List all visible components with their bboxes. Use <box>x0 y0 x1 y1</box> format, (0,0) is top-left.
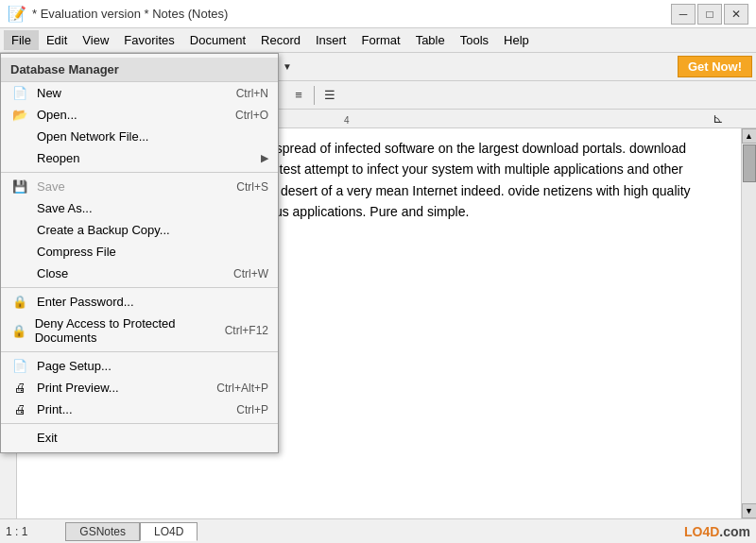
password-label: Enter Password... <box>37 295 134 309</box>
print-preview-shortcut: Ctrl+Alt+P <box>216 382 268 395</box>
divider-4 <box>1 423 278 424</box>
open-shortcut: Ctrl+O <box>235 109 268 122</box>
menu-edit[interactable]: Edit <box>39 30 75 50</box>
menu-item-print-preview[interactable]: 🖨 Print Preview... Ctrl+Alt+P <box>1 377 278 399</box>
align-justify-btn[interactable]: ≡ <box>287 84 310 107</box>
menu-item-save: 💾 Save Ctrl+S <box>1 176 278 197</box>
open-icon: 📂 <box>10 108 29 122</box>
scroll-thumb[interactable] <box>743 144 756 182</box>
menu-item-password[interactable]: 🔒 Enter Password... <box>1 291 278 313</box>
menu-view[interactable]: View <box>75 30 116 50</box>
menu-item-print[interactable]: 🖨 Print... Ctrl+P <box>1 399 278 420</box>
menu-item-close[interactable]: Close Ctrl+W <box>1 263 278 284</box>
maximize-button[interactable]: □ <box>697 4 722 25</box>
deny-label: Deny Access to Protected Documents <box>35 316 217 345</box>
page-setup-icon: 📄 <box>10 359 29 373</box>
scroll-up-btn[interactable]: ▲ <box>742 128 757 144</box>
menu-item-new[interactable]: 📄 New Ctrl+N <box>1 82 278 104</box>
exit-label: Exit <box>37 431 58 445</box>
menu-item-compress[interactable]: Compress File <box>1 241 278 263</box>
close-label: Close <box>37 266 68 280</box>
menu-insert[interactable]: Insert <box>308 30 354 50</box>
menu-favorites[interactable]: Favorites <box>116 30 181 50</box>
open-network-label: Open Network File... <box>37 129 149 144</box>
reopen-arrow: ▶ <box>261 152 268 164</box>
format-sep-3 <box>314 86 315 105</box>
new-icon: 📄 <box>10 86 29 100</box>
password-icon: 🔒 <box>10 295 29 309</box>
deny-shortcut: Ctrl+F12 <box>225 324 268 337</box>
tab-lo4d[interactable]: LO4D <box>140 522 198 541</box>
open-label: Open... <box>37 108 77 122</box>
menu-header: Database Manager <box>1 58 278 82</box>
close-button[interactable]: ✕ <box>724 4 748 25</box>
divider-3 <box>1 351 278 352</box>
menu-item-deny[interactable]: 🔒 Deny Access to Protected Documents Ctr… <box>1 313 278 348</box>
page-setup-label: Page Setup... <box>37 359 112 373</box>
save-as-label: Save As... <box>37 201 93 215</box>
menu-item-backup[interactable]: Create a Backup Copy... <box>1 219 278 241</box>
print-icon: 🖨 <box>10 402 29 416</box>
menu-help[interactable]: Help <box>496 30 537 50</box>
cursor-position: 1 : 1 <box>6 525 27 538</box>
deny-icon: 🔒 <box>10 324 27 338</box>
app-icon: 📝 <box>8 5 26 23</box>
new-shortcut: Ctrl+N <box>236 87 268 100</box>
divider-2 <box>1 287 278 288</box>
site-logo: LO4D.com <box>684 524 750 539</box>
close-shortcut: Ctrl+W <box>233 267 268 280</box>
reopen-label: Reopen <box>37 151 80 165</box>
window-title: * Evaluation version * Notes (Notes) <box>32 7 228 21</box>
menu-item-exit[interactable]: Exit <box>1 427 278 449</box>
print-shortcut: Ctrl+P <box>236 403 268 416</box>
menu-document[interactable]: Document <box>182 30 253 50</box>
tab-gsnotes[interactable]: GSNotes <box>65 522 140 541</box>
divider-1 <box>1 172 278 173</box>
menu-item-page-setup[interactable]: 📄 Page Setup... <box>1 355 278 377</box>
backup-label: Create a Backup Copy... <box>37 223 170 237</box>
compress-label: Compress File <box>37 245 116 259</box>
scroll-down-btn[interactable]: ▼ <box>742 503 757 518</box>
file-dropdown-menu: Database Manager 📄 New Ctrl+N 📂 Open... … <box>0 53 279 453</box>
new-label: New <box>37 86 61 100</box>
menu-table[interactable]: Table <box>408 30 453 50</box>
status-tabs: GSNotes LO4D <box>65 522 198 541</box>
save-shortcut: Ctrl+S <box>236 180 268 194</box>
save-icon: 💾 <box>10 179 29 194</box>
menu-bar: File Edit View Favorites Document Record… <box>0 28 756 53</box>
menu-record[interactable]: Record <box>253 30 308 50</box>
down-toolbar-btn[interactable]: ▼ <box>276 56 299 78</box>
menu-format[interactable]: Format <box>353 30 407 50</box>
window-controls: ─ □ ✕ <box>671 4 748 25</box>
menu-item-open-network[interactable]: Open Network File... <box>1 126 278 147</box>
title-bar: 📝 * Evaluation version * Notes (Notes) ─… <box>0 0 756 28</box>
minimize-button[interactable]: ─ <box>671 4 696 25</box>
print-label: Print... <box>37 402 73 416</box>
print-preview-label: Print Preview... <box>37 381 119 395</box>
scrollbar-vertical[interactable]: ▲ ▼ <box>741 128 756 518</box>
print-preview-icon: 🖨 <box>10 381 29 395</box>
get-now-button[interactable]: Get Now! <box>678 56 752 77</box>
scroll-track[interactable] <box>742 144 756 503</box>
status-bar: 1 : 1 GSNotes LO4D LO4D.com <box>0 518 756 543</box>
menu-item-reopen[interactable]: Reopen ▶ <box>1 147 278 169</box>
menu-item-save-as[interactable]: Save As... <box>1 197 278 219</box>
menu-item-open[interactable]: 📂 Open... Ctrl+O <box>1 104 278 126</box>
menu-tools[interactable]: Tools <box>453 30 496 50</box>
menu-file[interactable]: File <box>4 30 39 50</box>
list-btn[interactable]: ☰ <box>318 84 341 107</box>
save-label: Save <box>37 179 65 194</box>
